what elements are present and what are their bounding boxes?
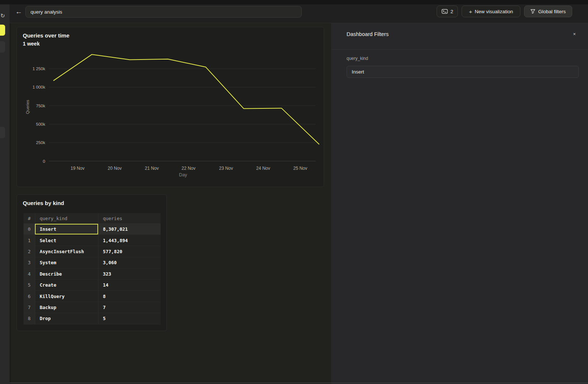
row-index-cell: 3	[24, 257, 35, 268]
svg-text:0: 0	[43, 159, 45, 164]
query-kind-filter-input[interactable]	[347, 66, 579, 78]
row-index-cell: 8	[24, 313, 35, 324]
column-header-#: #	[24, 213, 35, 223]
svg-text:500k: 500k	[36, 122, 45, 126]
svg-text:Day: Day	[179, 172, 187, 177]
query-kind-cell[interactable]: Drop	[35, 313, 98, 324]
svg-text:22 Nov: 22 Nov	[182, 166, 196, 171]
svg-text:250k: 250k	[36, 140, 45, 145]
query-kind-cell[interactable]: Select	[35, 235, 98, 245]
console-count-button[interactable]: 2	[437, 6, 458, 17]
sidebar-item[interactable]	[0, 41, 5, 53]
row-index-cell: 4	[24, 269, 35, 279]
query-kind-cell[interactable]: KillQuery	[35, 291, 98, 301]
table-row: 1Select1,443,894	[24, 235, 161, 246]
table-row: 6KillQuery8	[24, 291, 161, 302]
sidebar-item[interactable]	[0, 127, 5, 138]
global-filters-button[interactable]: Global filters	[524, 6, 572, 17]
queries-by-kind-card: Queries by kind #query_kindqueries 0Inse…	[17, 194, 167, 331]
dashboard-filters-panel: Dashboard Filters × query_kind	[331, 23, 588, 384]
queries-value-cell[interactable]: 8	[98, 291, 161, 301]
row-index-cell: 1	[24, 235, 35, 245]
queries-value-cell[interactable]: 8,307,021	[98, 224, 161, 234]
svg-text:20 Nov: 20 Nov	[108, 166, 122, 171]
new-visualization-label: New visualization	[475, 9, 513, 14]
query-kind-cell[interactable]: Backup	[35, 302, 98, 313]
queries-over-time-card: Queries over time 1 week 0250k500k750k1 …	[17, 27, 324, 187]
table-row: 2AsyncInsertFlush577,820	[24, 246, 161, 257]
dashboard-app: ↻ ← 2 + New visualization	[0, 0, 588, 384]
console-icon	[441, 8, 448, 15]
query-kind-cell[interactable]: Describe	[35, 269, 98, 279]
back-button[interactable]: ←	[14, 7, 24, 17]
sidebar-item-active[interactable]	[0, 25, 5, 36]
row-index-cell: 6	[24, 291, 35, 301]
column-header-query_kind: query_kind	[35, 213, 98, 223]
table-row: 5Create14	[24, 280, 161, 291]
window-top-strip	[0, 0, 588, 4]
query-kind-cell[interactable]: AsyncInsertFlush	[35, 246, 98, 257]
svg-text:24 Nov: 24 Nov	[256, 166, 270, 171]
table-row: 3System3,060	[24, 257, 161, 268]
queries-by-kind-table: #query_kindqueries 0Insert8,307,0211Sele…	[24, 213, 161, 324]
svg-text:Queries: Queries	[25, 100, 30, 114]
close-icon[interactable]: ×	[570, 30, 578, 38]
row-index-cell: 5	[24, 280, 35, 290]
left-sidebar: ↻	[0, 4, 10, 384]
table-row: 7Backup7	[24, 302, 161, 313]
svg-text:25 Nov: 25 Nov	[293, 166, 307, 171]
table-row: 0Insert8,307,021	[24, 224, 161, 235]
queries-value-cell[interactable]: 577,820	[98, 246, 161, 257]
plus-icon: +	[469, 9, 472, 14]
queries-value-cell[interactable]: 323	[98, 269, 161, 279]
row-index-cell: 7	[24, 302, 35, 313]
filter-field-label: query_kind	[347, 56, 368, 61]
sidebar-shadow	[10, 23, 11, 384]
table-header-row: #query_kindqueries	[24, 213, 161, 224]
query-kind-cell[interactable]: Create	[35, 280, 98, 290]
dashboard-title-input[interactable]	[25, 6, 302, 18]
queries-value-cell[interactable]: 5	[98, 313, 161, 324]
svg-text:23 Nov: 23 Nov	[219, 166, 233, 171]
query-kind-cell[interactable]: Insert	[35, 224, 98, 234]
bottom-edge	[10, 383, 588, 383]
query-kind-cell[interactable]: System	[35, 257, 98, 268]
svg-text:1 250k: 1 250k	[32, 67, 45, 71]
refresh-icon[interactable]: ↻	[0, 12, 5, 19]
queries-value-cell[interactable]: 14	[98, 280, 161, 290]
queries-value-cell[interactable]: 1,443,894	[98, 235, 161, 245]
row-index-cell: 0	[24, 224, 35, 234]
global-filters-label: Global filters	[538, 9, 566, 14]
row-index-cell: 2	[24, 246, 35, 257]
queries-value-cell[interactable]: 7	[98, 302, 161, 313]
filter-funnel-icon	[530, 9, 535, 14]
table-title: Queries by kind	[23, 200, 64, 206]
column-header-queries: queries	[98, 213, 161, 223]
svg-text:19 Nov: 19 Nov	[71, 166, 85, 171]
queries-value-cell[interactable]: 3,060	[98, 257, 161, 268]
svg-text:750k: 750k	[36, 104, 45, 108]
svg-text:21 Nov: 21 Nov	[145, 166, 159, 171]
table-body: 0Insert8,307,0211Select1,443,8942AsyncIn…	[24, 224, 161, 324]
queries-over-time-chart[interactable]: 0250k500k750k1 000k1 250k19 Nov20 Nov21 …	[17, 27, 325, 187]
panel-divider	[331, 49, 588, 50]
table-row: 8Drop5	[24, 313, 161, 324]
visualization-count: 2	[451, 9, 453, 14]
new-visualization-button[interactable]: + New visualization	[462, 6, 520, 17]
svg-text:1 000k: 1 000k	[32, 85, 45, 89]
panel-title: Dashboard Filters	[347, 31, 388, 37]
table-row: 4Describe323	[24, 269, 161, 280]
topbar: ← 2 + New visualization Global filters	[10, 4, 588, 23]
